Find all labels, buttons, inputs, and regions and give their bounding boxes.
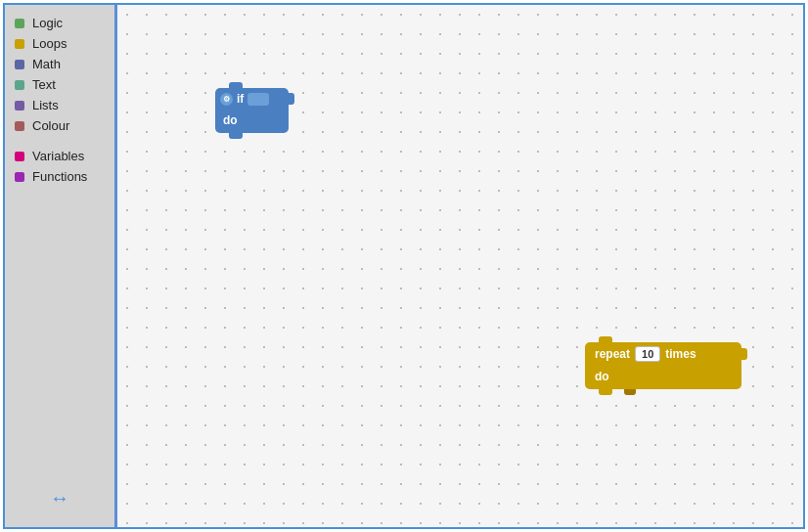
if-label: if bbox=[237, 92, 244, 106]
sidebar: Logic Loops Math Text Lists Colour Varia… bbox=[5, 5, 117, 527]
if-block[interactable]: ⚙ if do bbox=[215, 88, 289, 133]
resize-arrow-icon: ↔ bbox=[50, 487, 69, 509]
repeat-label: repeat bbox=[595, 347, 630, 361]
sidebar-item-functions[interactable]: Functions bbox=[5, 166, 114, 187]
sidebar-item-logic[interactable]: Logic bbox=[5, 13, 114, 33]
sidebar-item-lists[interactable]: Lists bbox=[5, 95, 114, 115]
sidebar-item-loops-label: Loops bbox=[32, 36, 67, 51]
sidebar-item-text[interactable]: Text bbox=[5, 74, 114, 95]
sidebar-item-loops[interactable]: Loops bbox=[5, 33, 114, 54]
functions-color-dot bbox=[15, 172, 24, 182]
sidebar-item-lists-label: Lists bbox=[32, 98, 59, 112]
gear-icon[interactable]: ⚙ bbox=[220, 93, 233, 106]
block-canvas[interactable]: ⚙ if do repeat 10 t bbox=[117, 5, 803, 527]
sidebar-item-logic-label: Logic bbox=[32, 16, 63, 30]
sidebar-item-variables[interactable]: Variables bbox=[5, 146, 114, 166]
variables-color-dot bbox=[15, 152, 24, 161]
text-color-dot bbox=[15, 80, 24, 90]
do-label: do bbox=[223, 113, 238, 127]
repeat-block[interactable]: repeat 10 times do bbox=[585, 342, 741, 389]
sidebar-item-text-label: Text bbox=[32, 77, 56, 92]
math-color-dot bbox=[15, 60, 24, 69]
main-container: Logic Loops Math Text Lists Colour Varia… bbox=[3, 3, 805, 529]
sidebar-item-math[interactable]: Math bbox=[5, 54, 114, 74]
if-condition-slot bbox=[247, 93, 269, 106]
loops-color-dot bbox=[15, 39, 24, 49]
repeat-do-label: do bbox=[595, 370, 609, 383]
repeat-number-input[interactable]: 10 bbox=[635, 346, 660, 362]
sidebar-item-colour-label: Colour bbox=[32, 118, 69, 133]
sidebar-item-colour[interactable]: Colour bbox=[5, 115, 114, 136]
sidebar-item-variables-label: Variables bbox=[32, 149, 84, 163]
resize-handle[interactable]: ↔ bbox=[50, 487, 69, 510]
lists-color-dot bbox=[15, 101, 24, 111]
colour-color-dot bbox=[15, 121, 24, 131]
logic-color-dot bbox=[15, 19, 24, 28]
sidebar-item-math-label: Math bbox=[32, 57, 61, 71]
times-label: times bbox=[665, 347, 696, 361]
sidebar-item-functions-label: Functions bbox=[32, 169, 87, 184]
